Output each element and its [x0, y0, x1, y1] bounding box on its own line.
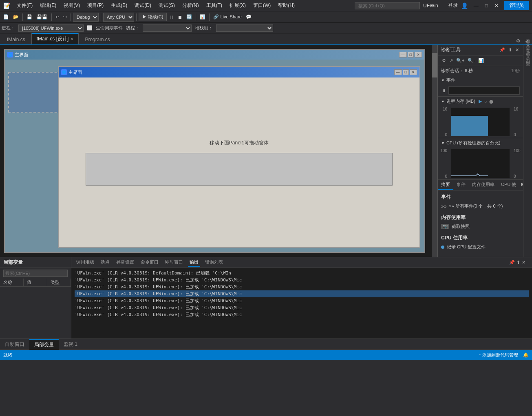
menu-file[interactable]: 文件(F) [13, 1, 36, 10]
output-content: 'UFWin.exe' (CLR v4.0.30319: DefaultDoma… [71, 268, 532, 339]
locals-col-value: 值 [24, 279, 47, 286]
bottom-tab-locals[interactable]: 局部变量 [29, 339, 59, 350]
diag-pin-btn[interactable]: 📌 [499, 46, 506, 53]
diag-close-btn[interactable]: ✕ [514, 46, 520, 53]
restart-btn[interactable]: 🔄 [185, 13, 194, 20]
inner-close-btn[interactable]: ✕ [410, 69, 417, 75]
diag-tab-cpu[interactable]: CPU 使 [498, 180, 519, 190]
output-expand-btn[interactable]: ⬆ [517, 260, 520, 265]
outer-maximize-btn[interactable]: □ [408, 52, 414, 58]
menu-analyze[interactable]: 分析(N) [179, 1, 202, 10]
menu-tools[interactable]: 工具(T) [203, 1, 225, 10]
diag-cpu-profile-item[interactable]: 记录 CPU 配置文件 [441, 244, 520, 250]
editor-settings-btn[interactable]: ⚙ [514, 38, 522, 44]
feedback-btn[interactable]: 💬 [244, 13, 253, 20]
diag-snapshot-item[interactable]: 📷 截取快照 [441, 223, 520, 230]
add-source-control[interactable]: ↑ 添加到源代码管理 [479, 352, 518, 358]
menu-build[interactable]: 生成(B) [108, 1, 130, 10]
far-right-label2: 务 [524, 48, 532, 51]
nav-exceptions[interactable]: 异常设置 [115, 258, 136, 267]
editor-vertical-scrollbar[interactable] [432, 45, 437, 257]
menu-extensions[interactable]: 扩展(X) [226, 1, 249, 10]
redo-btn[interactable]: ↪ [62, 13, 68, 20]
nav-command[interactable]: 命令窗口 [139, 258, 160, 267]
bottom-tab-watch[interactable]: 监视 1 [59, 339, 82, 350]
stop-btn[interactable]: ⏹ [176, 14, 184, 20]
notification-bell[interactable]: 🔔 [523, 352, 529, 358]
thread-select[interactable] [143, 24, 192, 32]
process-select[interactable]: [105008] UFWin.exe [18, 24, 84, 32]
sep6 [196, 13, 196, 21]
diag-header: 诊断工具 📌 ⬆ ✕ [438, 45, 523, 55]
diag-float-btn[interactable]: ⬆ [508, 46, 513, 53]
outer-form-title: 主界面 [15, 52, 28, 58]
menu-test[interactable]: 测试(S) [155, 1, 178, 10]
diag-chart-btn[interactable]: 📊 [477, 57, 485, 64]
sep4 [101, 13, 101, 21]
global-search[interactable] [355, 2, 420, 9]
nav-immediate[interactable]: 即时窗口 [163, 258, 185, 267]
output-line-2: 'UFWin.exe' (CLR v4.0.30319: UFWin.exe):… [75, 283, 529, 290]
diag-events-section: ▼ 事件 ⏸ [438, 75, 523, 97]
outer-close-btn[interactable]: ✕ [415, 52, 422, 58]
nav-callstack[interactable]: 调用堆栈 [75, 258, 96, 267]
diag-settings-btn[interactable]: ⚙ [441, 57, 447, 64]
diag-events-header[interactable]: ▼ 事件 [438, 75, 523, 85]
nav-errors[interactable]: 错误列表 [203, 258, 225, 267]
output-close-btn[interactable]: ✕ [522, 260, 525, 265]
stack-select[interactable] [216, 24, 273, 32]
admin-button[interactable]: 管理员 [504, 1, 529, 10]
diag-tab-summary[interactable]: 摘要 [438, 180, 453, 190]
menu-help[interactable]: 帮助(H) [275, 1, 298, 10]
scrollbar-thumb[interactable] [432, 53, 437, 77]
events-pause-btn[interactable]: ⏸ [441, 88, 447, 94]
diag-export-btn[interactable]: ↗ [448, 57, 454, 64]
process-bar: 进程： [105008] UFWin.exe ⬜ 生命周期事件 线程： 堆栈帧： [0, 23, 532, 33]
close-button[interactable]: ✕ [492, 2, 501, 9]
editor-expand-btn[interactable]: ⤢ [523, 38, 530, 44]
cpu-target-select[interactable]: Any CPU [103, 13, 134, 22]
maximize-button[interactable]: □ [483, 2, 490, 9]
tab-fmain-design-close[interactable]: ✕ [70, 37, 73, 41]
debug-mode-select[interactable]: Debug [73, 13, 99, 22]
nav-breakpoints[interactable]: 断点 [99, 258, 111, 267]
step-over-btn[interactable]: ⏸ [168, 14, 175, 20]
inner-maximize-btn[interactable]: □ [403, 69, 409, 75]
continue-button[interactable]: ▶ 继续(C) [139, 13, 167, 21]
diag-memory-title: 内存使用率 [441, 214, 520, 221]
inner-form-window[interactable]: 🌐 主界面 — □ ✕ 移动下面Panel1可拖动窗体 [58, 66, 420, 248]
performance-btn[interactable]: 📊 [198, 13, 207, 20]
diag-time-marker: 10秒 [511, 68, 520, 74]
tab-fmain[interactable]: fMain.cs [2, 35, 31, 44]
diag-zoom-in-btn[interactable]: 🔍+ [455, 57, 465, 64]
bottom-tab-auto[interactable]: 自动窗口 [0, 339, 29, 350]
undo-btn[interactable]: ↩ [54, 13, 61, 20]
nav-output[interactable]: 输出 [188, 258, 200, 267]
diag-tab-events[interactable]: 事件 [453, 180, 469, 190]
output-pin-btn[interactable]: 📌 [509, 260, 515, 265]
menu-edit[interactable]: 编辑(E) [37, 1, 60, 10]
inner-panel1[interactable] [86, 153, 392, 186]
inner-form-controls: — □ ✕ [394, 69, 417, 75]
open-file-btn[interactable]: 📂 [11, 13, 20, 20]
menu-window[interactable]: 窗口(W) [250, 1, 274, 10]
diag-cpu-header[interactable]: ▼ CPU (所有处理器的百分比) [438, 138, 523, 148]
diag-tab-memory[interactable]: 内存使用率 [469, 180, 498, 190]
live-share-btn[interactable]: 🔗 Live Share [212, 13, 243, 20]
memory-icon-gray: ○ [484, 99, 487, 104]
menu-debug[interactable]: 调试(D) [131, 1, 155, 10]
diag-zoom-out-btn[interactable]: 🔍- [467, 57, 476, 64]
diag-memory-header[interactable]: ▼ 进程内存 (MB) ▶ ○ ⬤ [438, 97, 523, 106]
editor-area: 🌐 主界面 — □ ✕ 🌐 [0, 45, 437, 257]
menu-view[interactable]: 视图(V) [60, 1, 83, 10]
save-all-btn[interactable]: 💾💾 [35, 13, 49, 20]
menu-project[interactable]: 项目(P) [84, 1, 107, 10]
new-file-btn[interactable]: 📄 [2, 13, 11, 20]
minimize-button[interactable]: — [471, 2, 481, 9]
save-btn[interactable]: 💾 [25, 13, 34, 20]
outer-minimize-btn[interactable]: — [399, 52, 407, 58]
inner-minimize-btn[interactable]: — [394, 69, 402, 75]
locals-search-input[interactable] [3, 270, 68, 277]
tab-program[interactable]: Program.cs [79, 35, 115, 44]
tab-fmain-design[interactable]: fMain.cs [设计] ✕ [31, 33, 79, 44]
